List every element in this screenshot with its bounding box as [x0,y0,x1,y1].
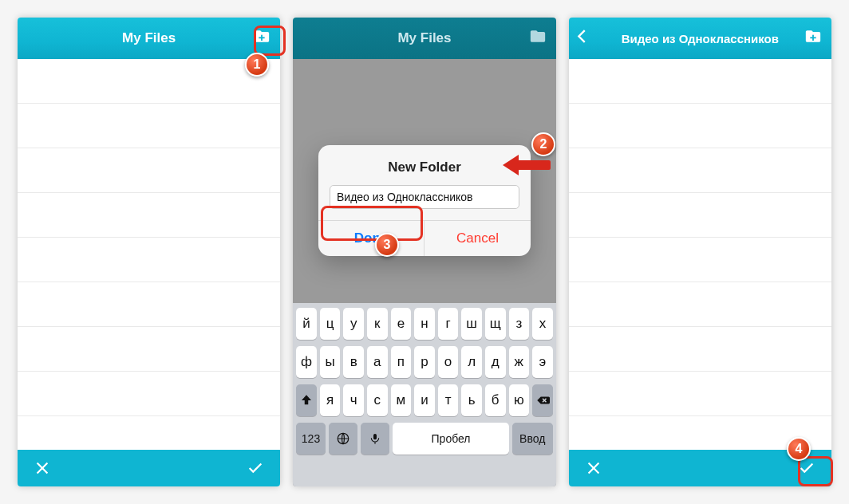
key-letter[interactable]: р [414,346,435,378]
key-mode[interactable]: 123 [296,423,325,455]
folder-plus-icon [251,28,272,45]
key-space[interactable]: Пробел [393,423,508,455]
key-enter[interactable]: Ввод [512,423,553,455]
key-mic[interactable] [361,423,389,455]
svg-rect-6 [810,37,815,38]
key-letter[interactable]: а [367,346,388,378]
key-letter[interactable]: ф [296,346,317,378]
modal-title: New Folder [318,145,531,185]
key-letter[interactable]: т [438,384,459,416]
close-button[interactable] [34,459,51,477]
new-folder-modal: New Folder Done Cancel [318,145,531,256]
list-item[interactable] [569,59,831,104]
new-folder-button[interactable] [803,28,823,49]
new-folder-button[interactable] [527,28,548,49]
list-item[interactable] [569,282,831,327]
key-letter[interactable]: п [391,346,412,378]
key-letter[interactable]: э [532,346,553,378]
key-letter[interactable]: я [320,384,341,416]
callout-badge-3: 3 [375,233,399,257]
svg-rect-3 [373,434,377,439]
callout-badge-1: 1 [245,53,269,77]
callout-arrow-2 [503,155,551,175]
key-backspace[interactable] [532,384,553,416]
key-letter[interactable]: б [485,384,506,416]
list-item[interactable] [18,104,280,148]
key-letter[interactable]: ц [320,308,341,340]
key-letter[interactable]: ь [461,384,482,416]
folder-name-input[interactable] [330,185,519,209]
file-list [569,59,831,450]
key-letter[interactable]: н [414,308,435,340]
dimmed-background: New Folder Done Cancel йцукенгшщзх фывап… [293,59,555,486]
confirm-button[interactable] [798,459,815,477]
header-bar: My Files [293,18,555,59]
header-bar: My Files [18,18,280,59]
key-letter[interactable]: д [485,346,506,378]
key-letter[interactable]: у [343,308,364,340]
ios-keyboard[interactable]: йцукенгшщзх фывапролджэ ячсмитьбю 123 Пр… [293,303,555,486]
key-letter[interactable]: з [509,308,530,340]
key-letter[interactable]: в [343,346,364,378]
callout-badge-2: 2 [531,132,555,156]
key-letter[interactable]: г [438,308,459,340]
header-bar: Видео из Одноклассников [569,18,831,59]
list-item[interactable] [569,193,831,238]
key-letter[interactable]: х [532,308,553,340]
key-letter[interactable]: к [367,308,388,340]
page-title: Видео из Одноклассников [622,32,779,45]
svg-rect-1 [259,37,265,38]
list-item[interactable] [569,327,831,372]
screen-right: Видео из Одноклассников [569,18,831,486]
folder-plus-icon [803,28,823,45]
list-item[interactable] [18,282,280,327]
key-letter[interactable]: е [391,308,412,340]
new-folder-button[interactable] [251,28,272,49]
list-item[interactable] [18,193,280,238]
bottom-bar [18,450,280,486]
key-letter[interactable]: ш [461,308,482,340]
back-button[interactable] [574,28,591,49]
screen-middle: My Files New Folder Done Cancel йцу [293,18,555,486]
list-item[interactable] [18,372,280,416]
key-letter[interactable]: ж [509,346,530,378]
key-letter[interactable]: м [391,384,412,416]
key-letter[interactable]: с [367,384,388,416]
folder-plus-icon [527,28,548,45]
file-list [18,59,280,450]
key-letter[interactable]: й [296,308,317,340]
close-button[interactable] [585,459,602,477]
list-item[interactable] [569,372,831,416]
list-item[interactable] [569,238,831,282]
callout-badge-4: 4 [787,437,811,461]
screen-left: My Files [18,18,280,486]
key-shift[interactable] [296,384,317,416]
key-letter[interactable]: ю [509,384,530,416]
list-item[interactable] [18,327,280,372]
page-title: My Files [122,30,176,46]
list-item[interactable] [18,238,280,282]
key-letter[interactable]: ч [343,384,364,416]
list-item[interactable] [569,104,831,148]
key-letter[interactable]: ы [320,346,341,378]
cancel-button[interactable]: Cancel [424,221,531,256]
key-letter[interactable]: щ [485,308,506,340]
list-item[interactable] [18,148,280,193]
key-globe[interactable] [329,423,357,455]
page-title: My Files [397,30,451,46]
done-button[interactable]: Done [318,221,424,256]
list-item[interactable] [569,148,831,193]
key-letter[interactable]: и [414,384,435,416]
key-letter[interactable]: о [438,346,459,378]
key-letter[interactable]: л [461,346,482,378]
list-item[interactable] [18,59,280,104]
confirm-button[interactable] [247,459,264,477]
